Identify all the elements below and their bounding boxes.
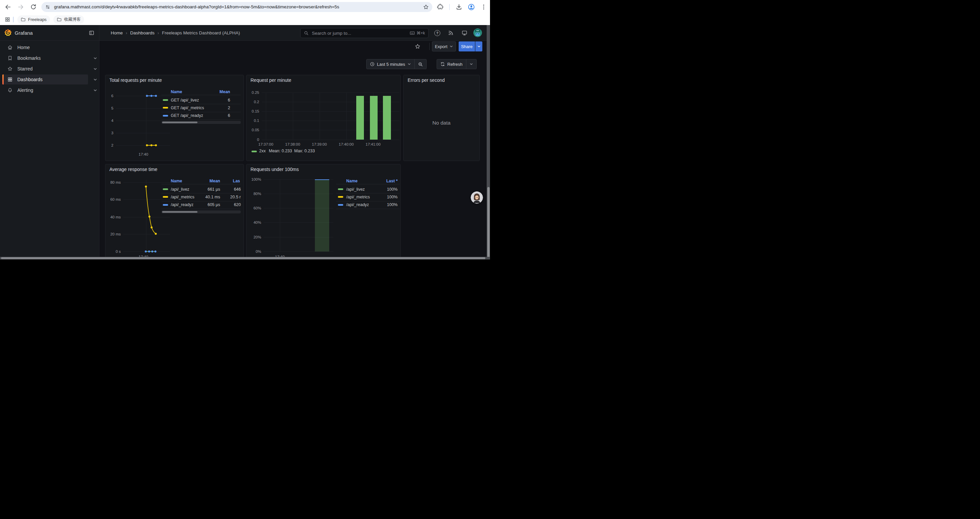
bookmark-folder-freeleaps[interactable]: Freeleaps [18, 15, 50, 24]
share-caret-button[interactable] [475, 42, 482, 51]
sidebar-collapse-icon[interactable] [89, 30, 94, 36]
chevron-down-icon[interactable] [94, 67, 97, 71]
legend-header-mean[interactable]: Mean [202, 89, 230, 94]
legend-divider [336, 209, 399, 209]
site-settings-icon[interactable] [45, 4, 50, 10]
favorite-star-icon[interactable] [415, 43, 421, 50]
series-plot [105, 75, 244, 161]
gridline-h [123, 234, 170, 235]
search-box[interactable]: ⌘+k [300, 28, 429, 38]
series-color-pill[interactable] [163, 107, 168, 109]
sidebar-item-alerting[interactable]: Alerting [0, 85, 99, 95]
legend-series-name[interactable]: 2xx [259, 149, 266, 153]
chevron-down-icon[interactable] [94, 78, 97, 81]
profile-icon[interactable] [468, 3, 475, 11]
refresh-interval-button[interactable] [466, 59, 476, 69]
legend-max: Max: 0.233 [294, 149, 315, 153]
legend-row-value: 2 [202, 105, 230, 110]
news-rss-icon[interactable] [448, 30, 453, 36]
y-tick: 80 ms [105, 180, 121, 184]
bar-2xx[interactable] [383, 96, 391, 140]
gridline-h [116, 96, 170, 96]
bookmark-star-icon[interactable] [423, 4, 429, 10]
chevron-down-icon[interactable] [94, 56, 97, 60]
series-color-pill[interactable] [163, 196, 168, 198]
series-color-pill[interactable] [163, 115, 168, 117]
series-color-pill[interactable] [163, 204, 168, 206]
panel-title[interactable]: Average response time [110, 167, 158, 172]
gridline-h [262, 111, 399, 112]
legend-row-name[interactable]: GET /api/_livez [171, 98, 199, 102]
breadcrumb-dashboards[interactable]: Dashboards [130, 30, 154, 35]
chevron-down-icon[interactable] [94, 88, 97, 92]
series-color-pill[interactable] [338, 188, 343, 190]
bar-2xx[interactable] [356, 96, 364, 140]
apps-grid-icon[interactable] [5, 17, 10, 22]
sidebar-item-label: Bookmarks [18, 53, 41, 63]
series-color-pill[interactable] [163, 99, 168, 101]
legend-scrollbar-thumb[interactable] [162, 211, 197, 213]
series-color-pill[interactable] [338, 196, 343, 198]
panel-title[interactable]: Total requests per minute [110, 77, 162, 83]
search-input[interactable] [311, 30, 407, 36]
extensions-icon[interactable] [437, 4, 444, 10]
gridline-h [123, 200, 170, 200]
share-button[interactable]: Share [459, 42, 475, 51]
gridline-h [262, 140, 399, 140]
sidebar-item-dashboards[interactable]: Dashboards [0, 75, 99, 85]
export-button[interactable]: Export [432, 42, 456, 51]
legend-row-name[interactable]: /api/_livez [346, 187, 365, 192]
series-color-pill[interactable] [163, 188, 168, 190]
downloads-icon[interactable] [456, 4, 462, 10]
legend-row-last: 100% [377, 187, 398, 192]
legend-row-name[interactable]: /api/_metrics [346, 195, 370, 200]
y-tick: 0% [247, 249, 261, 254]
forward-icon[interactable] [18, 4, 24, 10]
vertical-scrollbar-thumb[interactable] [487, 187, 490, 260]
legend-header-name[interactable]: Name [171, 179, 182, 184]
area-fill-100pct[interactable] [315, 179, 329, 251]
legend-scrollbar-thumb[interactable] [162, 121, 197, 123]
user-avatar[interactable] [473, 29, 482, 37]
legend-header-mean[interactable]: Mean [189, 179, 220, 184]
menu-icon[interactable] [480, 4, 487, 10]
panel-title[interactable]: Request per minute [250, 77, 291, 83]
series-color-pill[interactable] [251, 151, 257, 152]
horizontal-scrollbar-thumb[interactable] [1, 257, 485, 259]
y-tick: 3 [105, 131, 113, 135]
sidebar-item-bookmarks[interactable]: Bookmarks [0, 53, 99, 63]
legend-row-name[interactable]: /api/_livez [171, 187, 189, 192]
gridline-h [262, 121, 399, 121]
refresh-group: Refresh [437, 59, 477, 69]
time-range-picker[interactable]: Last 5 minutes [367, 59, 414, 69]
series-color-pill[interactable] [338, 204, 343, 206]
legend-header-name[interactable]: Name [171, 89, 182, 94]
legend-row-name[interactable]: GET /api/_readyz [171, 113, 203, 118]
monitor-icon[interactable] [461, 30, 467, 36]
legend-header-last[interactable]: Las [233, 179, 240, 184]
bookmark-folder-blogs[interactable]: 收藏博客 [53, 15, 84, 24]
grafana-logo[interactable] [4, 29, 12, 37]
legend-row-name[interactable]: GET /api/_metrics [171, 105, 204, 110]
sidebar-item-starred[interactable]: Starred [0, 64, 99, 74]
legend-divider [161, 104, 241, 104]
legend-header-name[interactable]: Name [346, 179, 358, 184]
breadcrumb: Home › Dashboards › Freeleaps Metrics Da… [111, 25, 240, 41]
bar-2xx[interactable] [370, 96, 378, 140]
zoom-out-button[interactable] [414, 59, 426, 69]
breadcrumb-home[interactable]: Home [111, 30, 123, 35]
url-text[interactable]: grafana.mathmast.com/d/deytv4rwavabkb/fr… [54, 2, 418, 12]
back-icon[interactable] [5, 4, 11, 10]
panel-title[interactable]: Requests under 100ms [250, 167, 299, 172]
gridline-v [293, 93, 293, 140]
refresh-button[interactable]: Refresh [437, 59, 466, 69]
sidebar-item-home[interactable]: Home [0, 42, 99, 53]
legend-row-name[interactable]: /api/_readyz [346, 203, 369, 207]
help-icon[interactable]: ? [434, 30, 440, 36]
legend-header-last[interactable]: Last * [377, 179, 398, 184]
floating-assistant-avatar[interactable] [471, 192, 483, 204]
legend-divider [336, 201, 399, 201]
url-bar[interactable]: grafana.mathmast.com/d/deytv4rwavabkb/fr… [41, 2, 432, 12]
reload-icon[interactable] [30, 4, 37, 10]
panel-title[interactable]: Errors per second [407, 77, 445, 83]
